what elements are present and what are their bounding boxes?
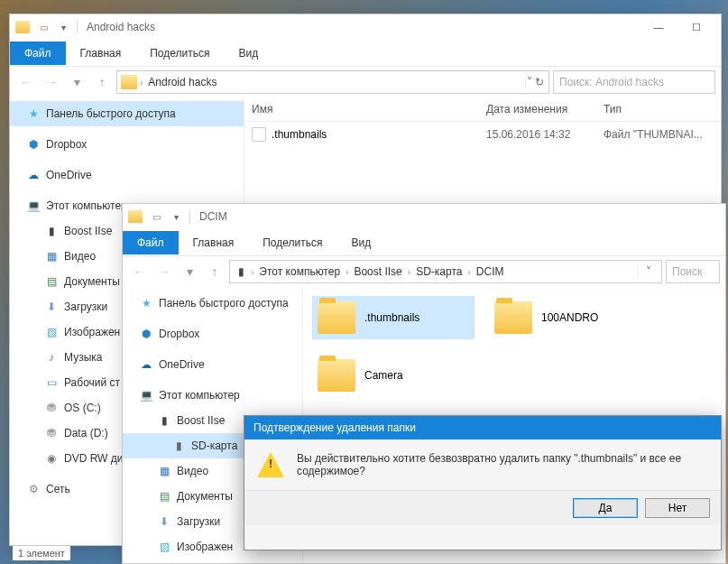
column-headers: Имя Дата изменения Тип xyxy=(244,97,721,122)
sd-card-icon: ▮ xyxy=(171,439,186,453)
dropdown-icon[interactable]: ▾ xyxy=(168,208,184,225)
tab-home[interactable]: Главная xyxy=(66,42,136,65)
dialog-body: Вы действительно хотите безвозвратно уда… xyxy=(244,439,721,490)
history-dropdown[interactable]: ▾ xyxy=(179,261,200,282)
tab-home[interactable]: Главная xyxy=(179,231,249,254)
sidebar-quick-access[interactable]: ★Панель быстрого доступа xyxy=(10,101,244,126)
sidebar-quick-access[interactable]: ★Панель быстрого доступа xyxy=(123,291,302,316)
maximize-button[interactable]: ☐ xyxy=(677,16,715,38)
history-dropdown[interactable]: ▾ xyxy=(66,71,88,93)
sidebar-dropbox[interactable]: ⬢Dropbox xyxy=(123,321,302,347)
video-icon: ▦ xyxy=(44,249,59,264)
chevron-right-icon[interactable]: › xyxy=(248,267,256,277)
sidebar-onedrive[interactable]: ☁OneDrive xyxy=(10,162,244,188)
sidebar-label: OneDrive xyxy=(159,358,205,371)
sidebar-onedrive[interactable]: ☁OneDrive xyxy=(123,352,302,377)
column-name[interactable]: Имя xyxy=(244,97,479,121)
chevron-right-icon[interactable]: › xyxy=(137,78,145,88)
column-date[interactable]: Дата изменения xyxy=(479,97,596,121)
drive-icon: ⛃ xyxy=(44,401,59,415)
breadcrumb-segment[interactable]: Этот компьютер xyxy=(256,265,343,278)
delete-confirmation-dialog: Подтверждение удаления папки Вы действит… xyxy=(244,415,722,550)
refresh-icon[interactable]: ↻ xyxy=(535,76,544,88)
up-button[interactable]: ↑ xyxy=(91,71,113,93)
folder-100andro[interactable]: 100ANDRO xyxy=(489,296,651,339)
breadcrumb-segment[interactable]: DCIM xyxy=(474,265,507,278)
folder-camera[interactable]: Camera xyxy=(312,354,475,397)
file-type: Файл "THUMBNAI... xyxy=(604,126,714,143)
sidebar-label: Data (D:) xyxy=(64,427,108,439)
folder-icon xyxy=(15,21,30,33)
document-icon: ▤ xyxy=(44,274,59,289)
titlebar[interactable]: ▭ ▾ DCIM xyxy=(123,204,725,229)
back-button[interactable]: ← xyxy=(128,261,150,282)
sidebar-label: Boost IIse xyxy=(64,225,112,237)
tab-share[interactable]: Поделиться xyxy=(248,231,336,254)
folder-icon xyxy=(128,210,143,223)
chevron-right-icon[interactable]: › xyxy=(343,267,351,277)
status-bar: 1 элемент xyxy=(13,546,70,560)
tab-share[interactable]: Поделиться xyxy=(135,42,224,65)
folder-name: .thumbnails xyxy=(364,311,419,324)
address-bar[interactable]: › Android hacks ˅ ↻ xyxy=(116,70,549,94)
dropdown-icon[interactable]: ˅ xyxy=(646,265,651,278)
tab-file[interactable]: Файл xyxy=(10,42,66,65)
sidebar-label: OS (C:) xyxy=(64,402,101,414)
network-icon: ⚙ xyxy=(26,482,41,496)
sidebar-label: Панель быстрого доступа xyxy=(159,297,289,310)
props-icon[interactable]: ▭ xyxy=(35,19,51,35)
onedrive-icon: ☁ xyxy=(139,357,153,372)
sidebar-label: Сеть xyxy=(46,483,70,495)
file-row[interactable]: .thumbnails 15.06.2016 14:32 Файл "THUMB… xyxy=(244,122,721,147)
tab-view[interactable]: Вид xyxy=(336,231,385,254)
file-date: 15.06.2016 14:32 xyxy=(486,126,604,143)
warning-icon xyxy=(257,452,284,477)
titlebar[interactable]: ▭ ▾ Android hacks — ☐ xyxy=(10,14,721,40)
image-icon: ▧ xyxy=(157,540,171,554)
sidebar-dropbox[interactable]: ⬢Dropbox xyxy=(10,132,244,157)
sidebar-label: Документы xyxy=(64,275,120,288)
folder-icon xyxy=(121,75,137,89)
dialog-buttons: Да Нет xyxy=(244,490,721,525)
props-icon[interactable]: ▭ xyxy=(148,208,164,225)
sidebar-label: Панель быстрого доступа xyxy=(46,107,176,120)
window-title: Android hacks xyxy=(83,21,155,33)
breadcrumb-segment[interactable]: SD-карта xyxy=(413,265,465,278)
sidebar-label: Видео xyxy=(177,465,208,477)
yes-button[interactable]: Да xyxy=(573,498,638,518)
dialog-title: Подтверждение удаления папки xyxy=(244,416,721,439)
folder-thumbnails[interactable]: .thumbnails xyxy=(312,296,475,339)
document-icon: ▤ xyxy=(157,489,171,504)
forward-button[interactable]: → xyxy=(153,261,175,282)
dropdown-icon[interactable]: ˅ xyxy=(527,76,532,88)
sidebar-label: DVD RW ди xyxy=(64,452,123,465)
quick-access-toolbar: ▭ ▾ xyxy=(35,19,71,35)
tab-file[interactable]: Файл xyxy=(123,231,179,254)
file-icon xyxy=(252,127,266,142)
sidebar-this-pc[interactable]: 💻Этот компьютер xyxy=(123,383,302,408)
divider xyxy=(189,209,190,224)
search-input[interactable]: Поиск xyxy=(666,260,720,283)
chevron-right-icon[interactable]: › xyxy=(465,267,473,277)
music-icon: ♪ xyxy=(44,350,59,365)
address-bar[interactable]: ▮ › Этот компьютер › Boost IIse › SD-кар… xyxy=(229,260,662,283)
up-button[interactable]: ↑ xyxy=(204,261,226,282)
phone-icon: ▮ xyxy=(157,413,171,428)
back-button[interactable]: ← xyxy=(15,71,37,93)
pc-icon: 💻 xyxy=(26,199,41,213)
dropdown-icon[interactable]: ▾ xyxy=(55,19,71,35)
breadcrumb-segment[interactable]: Boost IIse xyxy=(351,265,404,278)
dropbox-icon: ⬢ xyxy=(26,137,41,152)
no-button[interactable]: Нет xyxy=(645,498,710,518)
chevron-right-icon[interactable]: › xyxy=(405,267,413,277)
folder-icon xyxy=(318,359,355,392)
forward-button[interactable]: → xyxy=(41,71,62,93)
search-input[interactable]: Поиск: Android hacks xyxy=(553,70,715,94)
video-icon: ▦ xyxy=(157,464,171,478)
column-type[interactable]: Тип xyxy=(596,97,721,121)
minimize-button[interactable]: — xyxy=(640,16,677,38)
tab-view[interactable]: Вид xyxy=(224,42,272,65)
image-icon: ▧ xyxy=(44,325,59,339)
breadcrumb-segment[interactable]: Android hacks xyxy=(145,76,219,88)
sidebar-label: Этот компьютер xyxy=(46,199,127,212)
